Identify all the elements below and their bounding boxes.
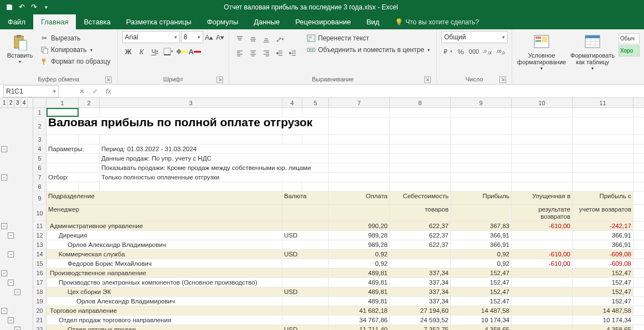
cut-button[interactable]: ✂Вырезать	[38, 33, 113, 43]
tab-file[interactable]: Файл	[0, 14, 33, 29]
row-header[interactable]: 22	[33, 325, 47, 330]
increase-decimal-icon[interactable]: ,0,00	[481, 45, 493, 58]
cell[interactable]: -609,08	[573, 259, 633, 268]
clipboard-launcher[interactable]: ⇲	[105, 76, 112, 83]
cell[interactable]: USD	[282, 250, 329, 259]
accounting-format-icon[interactable]: ₽▾	[441, 45, 454, 58]
qat-dropdown-icon[interactable]: ▾	[41, 2, 51, 12]
cell[interactable]: 367,83	[451, 221, 512, 230]
cell[interactable]	[282, 306, 329, 315]
cell[interactable]	[573, 182, 633, 191]
increase-indent-icon[interactable]	[287, 47, 299, 59]
cell[interactable]: Орлов Александр Владимирович	[47, 297, 282, 306]
borders-button[interactable]: ▾	[162, 45, 174, 58]
outline-collapse-button[interactable]: −	[1, 308, 7, 314]
column-header[interactable]: 5	[302, 98, 329, 107]
row-header[interactable]: 2	[33, 117, 47, 135]
cell[interactable]	[451, 163, 512, 172]
cell[interactable]	[329, 154, 390, 163]
cell[interactable]	[451, 154, 512, 163]
cell[interactable]: Показывать продажи: Кроме продаж между с…	[100, 163, 329, 172]
cell[interactable]: 11 711,40	[329, 325, 390, 330]
row-header[interactable]: 10	[33, 205, 47, 221]
cell[interactable]: Период: 01.03.2022 - 31.03.2024	[100, 145, 329, 153]
cell[interactable]	[329, 173, 390, 182]
align-launcher[interactable]: ⇲	[424, 76, 431, 83]
cell[interactable]	[329, 145, 390, 153]
cell[interactable]: 489,81	[329, 287, 390, 296]
cell[interactable]: 34 767,86	[329, 316, 390, 324]
cell[interactable]: Федоров Борис Михайлович	[47, 259, 282, 268]
fill-color-button[interactable]	[176, 45, 188, 58]
cell[interactable]: 152,47	[573, 297, 633, 306]
cell[interactable]	[390, 173, 451, 182]
cell[interactable]	[390, 163, 451, 172]
cell[interactable]	[390, 145, 451, 153]
cell[interactable]	[512, 117, 573, 135]
cell[interactable]: Административное управление	[47, 221, 282, 230]
outline-collapse-button[interactable]: −	[1, 223, 7, 229]
cell[interactable]: 41 682,18	[329, 306, 390, 315]
tell-me[interactable]: 💡 Что вы хотите сделать?	[393, 15, 481, 29]
cell[interactable]	[573, 154, 633, 163]
font-name-combo[interactable]: Arial▾	[122, 31, 180, 43]
cell[interactable]: Прибыль с	[573, 192, 633, 204]
row-header[interactable]: 1	[33, 108, 47, 117]
cell[interactable]: -610,00	[512, 221, 573, 230]
row-header[interactable]: 15	[33, 259, 47, 268]
cell[interactable]: 152,47	[451, 269, 512, 277]
outline-level-4[interactable]: 4	[21, 98, 28, 108]
cell[interactable]	[329, 135, 390, 144]
cell[interactable]: 489,81	[329, 269, 390, 277]
cell[interactable]: 989,28	[329, 240, 390, 249]
fx-icon[interactable]: fx	[102, 85, 115, 97]
comma-format-icon[interactable]: 000	[468, 45, 480, 58]
cell[interactable]: -242,17	[573, 221, 633, 230]
bold-button[interactable]: Ж	[122, 45, 135, 58]
select-all-corner[interactable]	[33, 98, 47, 107]
conditional-formatting-button[interactable]: Условное форматирование▾	[517, 31, 566, 71]
cell[interactable]	[573, 135, 633, 144]
percent-format-icon[interactable]: %	[455, 45, 467, 58]
cell[interactable]: 4 358,65	[451, 325, 512, 330]
cell[interactable]	[282, 297, 329, 306]
row-header[interactable]: 3	[33, 135, 47, 144]
cancel-icon[interactable]: ✕	[75, 85, 89, 97]
cell[interactable]: 14 487,58	[573, 306, 633, 315]
cell[interactable]	[47, 163, 100, 172]
cell[interactable]: Менеджер	[47, 205, 282, 221]
cell[interactable]	[79, 108, 100, 117]
cell[interactable]	[282, 316, 329, 324]
cell[interactable]	[282, 259, 329, 268]
format-painter-button[interactable]: Формат по образцу	[38, 56, 113, 66]
row-header[interactable]: 17	[33, 278, 47, 287]
cell[interactable]: 622,37	[390, 221, 451, 230]
cell[interactable]	[512, 278, 573, 287]
outline-level-1[interactable]: 1	[1, 98, 8, 108]
cell[interactable]: 366,91	[573, 240, 633, 249]
align-bottom-icon[interactable]	[260, 33, 272, 45]
cell[interactable]: USD	[282, 231, 329, 240]
outline-collapse-button[interactable]: −	[1, 270, 7, 276]
tab-formulas[interactable]: Формулы	[199, 14, 246, 29]
cell[interactable]	[512, 135, 573, 144]
italic-button[interactable]: К	[136, 45, 148, 58]
cell[interactable]: Прибыль	[451, 192, 512, 204]
row-header[interactable]: 13	[33, 240, 47, 249]
row-header[interactable]: 21	[33, 316, 47, 324]
row-header[interactable]: 11	[33, 221, 47, 230]
outline-collapse-button[interactable]: −	[1, 174, 7, 181]
outline-collapse-button[interactable]: −	[8, 233, 14, 239]
column-header[interactable]: 9	[451, 98, 512, 107]
cell[interactable]	[512, 306, 573, 315]
cell[interactable]	[282, 108, 302, 117]
cell[interactable]: 366,91	[451, 231, 512, 240]
cell[interactable]: 7 352,75	[390, 325, 451, 330]
cell[interactable]: 152,47	[573, 269, 633, 277]
column-header[interactable]: 11	[573, 98, 633, 107]
cell[interactable]: 337,34	[390, 278, 451, 287]
outline-collapse-button[interactable]: −	[14, 327, 20, 330]
cell[interactable]	[451, 108, 512, 117]
cell[interactable]: Производство электронных компонентов (Ос…	[47, 278, 282, 287]
cell[interactable]: учетом возвратов	[573, 205, 633, 221]
